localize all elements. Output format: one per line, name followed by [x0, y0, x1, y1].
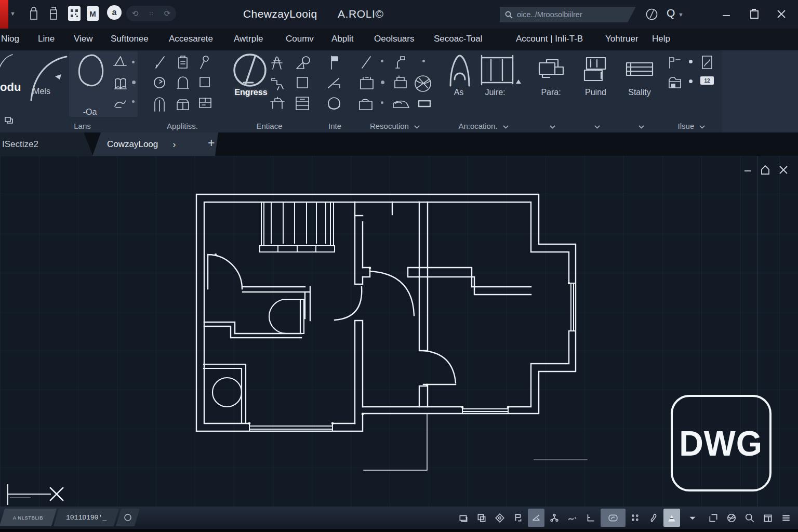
a-circle-icon[interactable]: a [107, 5, 122, 20]
panel-label-stality[interactable] [618, 122, 661, 130]
menu-item-coumv[interactable]: Coumv [286, 34, 314, 44]
object-snap-branch-button[interactable] [546, 509, 563, 527]
arch-a-tool-label[interactable]: As [442, 88, 475, 97]
sheet-set-button[interactable] [723, 509, 740, 527]
chevron-down-icon[interactable] [550, 122, 555, 130]
maximize-button[interactable] [749, 8, 760, 22]
menu-item-account[interactable]: Account | Inli-T-B [516, 34, 583, 44]
sync-circle-icon[interactable] [645, 8, 658, 23]
book-tool-icon[interactable] [113, 76, 128, 93]
circle-tool-label[interactable]: -Oa [72, 108, 108, 117]
frame-corner-button[interactable] [705, 509, 722, 527]
viewport-minimize-icon[interactable] [743, 165, 752, 177]
model-space-button[interactable] [455, 509, 472, 527]
no-entry-tool-icon[interactable] [230, 51, 270, 93]
redo-icon[interactable]: ⟳ [164, 9, 171, 18]
panel-label-ilsue[interactable]: Ilsue [661, 122, 722, 130]
slope-tracking-button[interactable] [528, 509, 544, 527]
box-lid-icon[interactable] [392, 73, 409, 93]
angle-line-icon[interactable] [326, 75, 342, 93]
basket-icon[interactable] [357, 96, 376, 115]
machine-icon[interactable] [536, 56, 566, 85]
arch-a-tool-icon[interactable] [447, 54, 472, 90]
lasso-flag-icon[interactable] [295, 56, 312, 73]
panel-label-para[interactable] [529, 122, 573, 130]
menu-item-sufttonee[interactable]: Sufttonee [111, 34, 149, 44]
circle-tool-icon[interactable] [74, 52, 108, 94]
tab-cowzayloog-active[interactable]: CowzayLoog › [92, 132, 218, 156]
panel-label-lans[interactable]: Lans [21, 122, 144, 130]
folder-icon[interactable] [667, 75, 683, 92]
menu-item-view[interactable]: View [74, 34, 93, 44]
panel-label-entiace[interactable]: Entiace [221, 122, 318, 130]
arch-icon[interactable] [176, 75, 190, 92]
grid-dots-button[interactable] [627, 509, 644, 527]
pin-icon[interactable] [198, 55, 211, 72]
pipe-elbow-icon[interactable] [393, 54, 408, 72]
bed-icon[interactable] [391, 96, 411, 114]
pen-stroke-icon[interactable] [360, 55, 373, 72]
easel-icon[interactable] [269, 56, 285, 73]
printer-icon[interactable] [49, 6, 58, 23]
panel-label-puind[interactable] [573, 122, 618, 130]
window-layout-button[interactable] [760, 509, 776, 527]
elevation-button[interactable] [663, 509, 680, 527]
panel-label-anocation[interactable]: An:ocation. [438, 122, 529, 130]
flag-icon[interactable] [327, 55, 342, 72]
panel-launcher-icon[interactable] [4, 116, 14, 126]
ortho-angle-button[interactable] [582, 509, 599, 527]
close-button[interactable] [776, 8, 787, 22]
sketch-circle-icon[interactable] [325, 95, 343, 115]
cabinet-icon[interactable] [294, 95, 311, 114]
wave-button[interactable] [564, 509, 581, 527]
table-tool-icon[interactable] [477, 52, 518, 91]
chevron-down-icon[interactable] [699, 122, 705, 130]
arc-tool-label[interactable]: Mels [25, 87, 58, 96]
square-frame-icon[interactable] [295, 75, 310, 92]
status-dropdown-caret[interactable] [682, 509, 703, 527]
door-arch-icon[interactable] [152, 96, 167, 115]
viewport-close-icon[interactable] [778, 165, 789, 177]
menu-item-niog[interactable]: Niog [1, 34, 19, 44]
menu-item-awtrple[interactable]: Awtrple [234, 34, 263, 44]
snap-button[interactable] [510, 509, 526, 527]
undo-icon[interactable]: ⟲ [132, 9, 139, 18]
panel-grid-icon[interactable] [198, 96, 212, 112]
shelf-icon[interactable] [623, 58, 656, 83]
minimize-button[interactable] [721, 8, 732, 22]
box-gift-icon[interactable] [175, 96, 191, 114]
app-logo[interactable] [0, 0, 8, 29]
rectangle-icon[interactable] [198, 75, 211, 91]
bin-box-icon[interactable] [358, 74, 376, 94]
chevron-down-icon[interactable] [414, 122, 420, 130]
layers-button[interactable] [473, 509, 490, 527]
chevron-down-icon[interactable] [639, 122, 644, 130]
panel-label-applitiss[interactable]: Applitiss. [144, 122, 221, 130]
drawing-canvas[interactable]: DWG [0, 156, 798, 507]
hamburger-menu-button[interactable] [778, 509, 794, 527]
para-label[interactable]: Para: [529, 88, 573, 97]
chevron-down-icon[interactable] [594, 122, 600, 130]
menu-item-abplit[interactable]: Abplit [331, 34, 354, 44]
panel-label-inte[interactable]: Inte [318, 122, 352, 130]
menu-item-line[interactable]: Line [38, 34, 55, 44]
home-icon[interactable] [760, 164, 771, 178]
small-slab-icon[interactable] [417, 99, 432, 111]
menu-item-yohtruer[interactable]: Yohtruer [605, 34, 639, 44]
pen-line-icon[interactable] [153, 55, 167, 72]
status-circle-segment[interactable] [116, 509, 140, 526]
framed-picture-icon[interactable] [700, 55, 714, 72]
isometric-view-button[interactable] [491, 509, 508, 527]
faucet-icon[interactable] [269, 75, 285, 94]
cut-button-label[interactable]: odu [0, 81, 21, 94]
tab-isectize2[interactable]: ISectize2 [0, 132, 93, 156]
more-dots-icon[interactable]: ∷ [150, 10, 153, 17]
dynamic-input-button[interactable] [601, 509, 626, 527]
menu-item-secoac[interactable]: Secoac-Toal [434, 34, 483, 44]
help-q-button[interactable]: Q [667, 7, 675, 19]
qr-icon[interactable] [68, 6, 81, 21]
bag-icon[interactable] [29, 6, 39, 23]
arc-tool-icon[interactable] [28, 52, 72, 105]
scribble-tool-icon[interactable] [113, 98, 127, 112]
menu-item-accesarete[interactable]: Accesarete [169, 34, 213, 44]
